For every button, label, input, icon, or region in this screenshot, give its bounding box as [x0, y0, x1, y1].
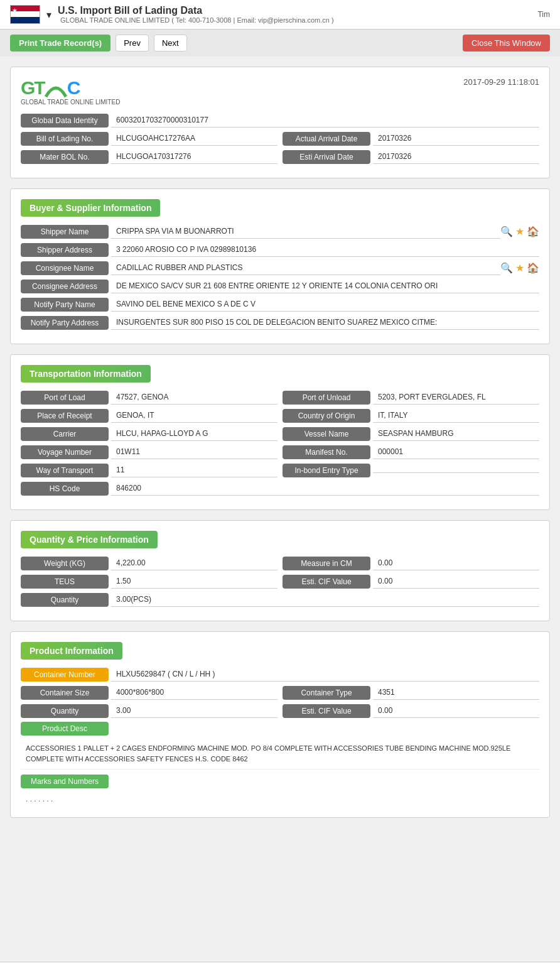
- shipper-star-icon[interactable]: ★: [515, 226, 524, 237]
- shipper-name-label: Shipper Name: [21, 225, 109, 239]
- product-quantity-cif-row: Quantity 3.00 Esti. CIF Value 0.00: [21, 704, 539, 718]
- notify-party-address-row: Notify Party Address INSURGENTES SUR 800…: [21, 315, 539, 330]
- port-of-unload-value: 5203, PORT EVERGLADES, FL: [373, 390, 539, 405]
- buyer-supplier-card: Buyer & Supplier Information Shipper Nam…: [10, 188, 550, 344]
- product-desc-text: ACCESSORIES 1 PALLET + 2 CAGES ENDFORMIN…: [21, 738, 539, 770]
- inbond-entry-type-value: [373, 467, 539, 473]
- container-number-label: Container Number: [21, 668, 109, 682]
- place-of-receipt-label: Place of Receipt: [21, 409, 109, 423]
- container-size-type-row: Container Size 4000*806*800 Container Ty…: [21, 685, 539, 700]
- vessel-name-value: SEASPAN HAMBURG: [373, 427, 539, 441]
- container-number-value: HLXU5629847 ( CN / L / HH ): [111, 667, 539, 682]
- close-button[interactable]: Close This Window: [463, 35, 550, 52]
- print-button[interactable]: Print Trade Record(s): [10, 35, 110, 52]
- hs-code-value: 846200: [111, 481, 539, 496]
- measure-in-cm-label: Measure in CM: [283, 557, 370, 570]
- product-card: Product Information Container Number HLX…: [10, 631, 550, 818]
- quantity-row: Quantity 3.00(PCS): [21, 592, 539, 607]
- header-card: GTC GLOBAL TRADE ONLINE LIMITED 2017-09-…: [10, 67, 550, 178]
- master-bol-value: HLCUGOA170317276: [111, 150, 277, 164]
- footer: U.S. Import Bill of Lading Data 1 / 1 60…: [0, 962, 560, 968]
- place-of-receipt-value: GENOA, IT: [111, 408, 277, 423]
- hs-code-label: HS Code: [21, 482, 109, 496]
- top-bar: ▾ U.S. Import Bill of Lading Data GLOBAL…: [0, 0, 560, 30]
- app-title: U.S. Import Bill of Lading Data: [58, 5, 334, 16]
- master-bol-esti-row: Mater BOL No. HLCUGOA170317276 Esti Arri…: [21, 150, 539, 164]
- container-type-label: Container Type: [283, 686, 370, 700]
- bol-value: HLCUGOAHC17276AA: [111, 131, 277, 146]
- quantity-price-card: Quantity & Price Information Weight (KG)…: [10, 520, 550, 621]
- product-desc-label: Product Desc: [21, 722, 109, 736]
- quantity-label: Quantity: [21, 593, 109, 607]
- notify-party-address-value: INSURGENTES SUR 800 PISO 15 COL DE DELEG…: [111, 315, 539, 330]
- marks-numbers-label: Marks and Numbers: [21, 775, 109, 788]
- notify-party-name-label: Notify Party Name: [21, 298, 109, 312]
- logo-area: GTC GLOBAL TRADE ONLINE LIMITED: [21, 77, 120, 106]
- esti-cif-value-label: Esti. CIF Value: [283, 575, 370, 589]
- way-of-transport-value: 11: [111, 463, 277, 477]
- consignee-address-value: DE MEXICO SA/CV SUR 21 608 ENTRE ORIENTE…: [111, 279, 539, 293]
- consignee-name-label: Consignee Name: [21, 261, 109, 275]
- teus-label: TEUS: [21, 575, 109, 589]
- marks-numbers-value: . . . . . . .: [21, 791, 539, 807]
- product-quantity-label: Quantity: [21, 704, 109, 718]
- shipper-name-value: CRIPPA SPA VIA M BUONARROTI: [111, 224, 500, 239]
- carrier-vessel-row: Carrier HLCU, HAPAG-LLOYD A G Vessel Nam…: [21, 427, 539, 441]
- consignee-address-label: Consignee Address: [21, 280, 109, 293]
- shipper-home-icon[interactable]: 🏠: [527, 226, 539, 237]
- shipper-search-icon[interactable]: 🔍: [500, 226, 513, 237]
- top-bar-right-text: Tim: [537, 10, 550, 19]
- port-load-unload-row: Port of Load 47527, GENOA Port of Unload…: [21, 390, 539, 405]
- product-header: Product Information: [21, 642, 122, 660]
- shipper-name-row: Shipper Name CRIPPA SPA VIA M BUONARROTI…: [21, 224, 539, 239]
- global-data-identity-row: Global Data Identity 6003201703270000310…: [21, 113, 539, 128]
- weight-measure-row: Weight (KG) 4,220.00 Measure in CM 0.00: [21, 556, 539, 570]
- port-of-unload-label: Port of Unload: [283, 391, 370, 405]
- port-of-load-value: 47527, GENOA: [111, 390, 277, 405]
- master-bol-label: Mater BOL No.: [21, 150, 109, 164]
- next-button[interactable]: Next: [154, 35, 187, 52]
- country-of-origin-label: Country of Origin: [283, 409, 370, 423]
- voyage-number-label: Voyage Number: [21, 445, 109, 459]
- consignee-name-row: Consignee Name CADILLAC RUBBER AND PLAST…: [21, 261, 539, 275]
- bol-label: Bill of Lading No.: [21, 132, 109, 146]
- country-of-origin-value: IT, ITALY: [373, 408, 539, 423]
- consignee-address-row: Consignee Address DE MEXICO SA/CV SUR 21…: [21, 279, 539, 293]
- prev-button[interactable]: Prev: [116, 35, 149, 52]
- manifest-no-label: Manifest No.: [283, 445, 370, 459]
- flag-icon: [10, 5, 40, 24]
- actual-arrival-label: Actual Arrival Date: [283, 132, 370, 146]
- product-esti-cif-value: 0.00: [373, 704, 539, 718]
- app-subtitle: GLOBAL TRADE ONLINE LIMITED ( Tel: 400-7…: [60, 16, 334, 24]
- carrier-label: Carrier: [21, 427, 109, 441]
- shipper-address-value: 3 22060 AROSIO CO P IVA 02989810136: [111, 242, 539, 257]
- notify-party-address-label: Notify Party Address: [21, 316, 109, 330]
- voyage-manifest-row: Voyage Number 01W11 Manifest No. 000001: [21, 445, 539, 459]
- global-data-identity-value: 6003201703270000310177: [111, 113, 539, 128]
- shipper-address-row: Shipper Address 3 22060 AROSIO CO P IVA …: [21, 242, 539, 257]
- receipt-origin-row: Place of Receipt GENOA, IT Country of Or…: [21, 408, 539, 423]
- weight-kg-value: 4,220.00: [111, 556, 277, 570]
- consignee-search-icon[interactable]: 🔍: [500, 262, 513, 274]
- container-type-value: 4351: [373, 685, 539, 700]
- consignee-star-icon[interactable]: ★: [515, 262, 524, 274]
- logo-subtitle: GLOBAL TRADE ONLINE LIMITED: [21, 99, 120, 106]
- transportation-card: Transportation Information Port of Load …: [10, 354, 550, 510]
- teus-cif-row: TEUS 1.50 Esti. CIF Value 0.00: [21, 574, 539, 589]
- transportation-header: Transportation Information: [21, 365, 151, 383]
- logo-text: GTC: [21, 77, 79, 99]
- measure-in-cm-value: 0.00: [373, 556, 539, 570]
- way-of-transport-label: Way of Transport: [21, 464, 109, 477]
- consignee-home-icon[interactable]: 🏠: [527, 262, 539, 274]
- actual-arrival-value: 20170326: [373, 131, 539, 146]
- hs-code-row: HS Code 846200: [21, 481, 539, 496]
- container-size-value: 4000*806*800: [111, 685, 277, 700]
- esti-arrival-value: 20170326: [373, 150, 539, 164]
- flag-dropdown[interactable]: ▾: [46, 9, 51, 21]
- buyer-supplier-header: Buyer & Supplier Information: [21, 199, 160, 217]
- voyage-number-value: 01W11: [111, 445, 277, 459]
- marks-numbers-row: Marks and Numbers: [21, 775, 539, 788]
- consignee-name-value: CADILLAC RUBBER AND PLASTICS: [111, 261, 500, 275]
- shipper-address-label: Shipper Address: [21, 243, 109, 257]
- esti-cif-value-value: 0.00: [373, 574, 539, 589]
